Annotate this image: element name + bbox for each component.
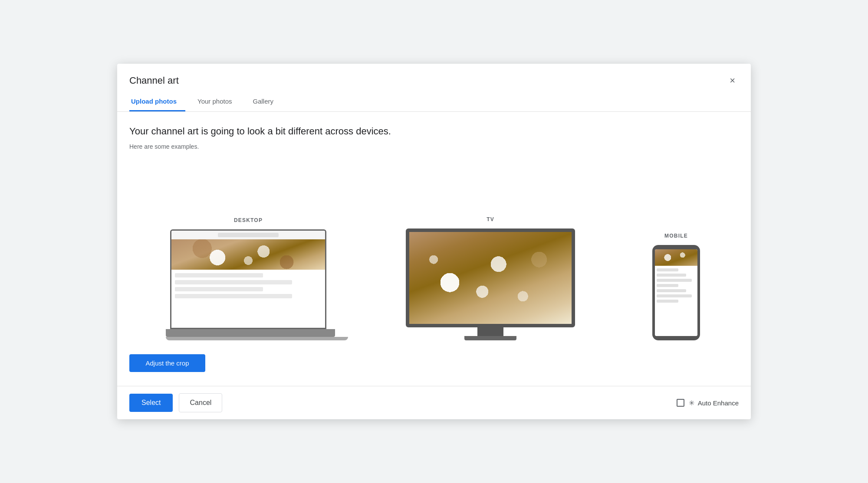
tv-mockup — [404, 228, 577, 340]
desktop-content-line-4 — [175, 294, 292, 298]
auto-enhance-text: Auto Enhance — [698, 399, 739, 407]
desktop-url-bar — [171, 231, 325, 239]
close-button[interactable]: × — [726, 74, 739, 87]
mobile-label: MOBILE — [664, 233, 688, 239]
device-desktop: DESKTOP — [166, 217, 331, 340]
mobile-line-7 — [657, 300, 678, 303]
tv-banner-image — [409, 232, 572, 324]
desktop-content-line-1 — [175, 273, 263, 277]
mobile-body — [652, 245, 700, 340]
adjust-crop-button[interactable]: Adjust the crop — [129, 354, 205, 372]
desktop-foot — [166, 337, 348, 340]
tv-base — [464, 336, 516, 340]
dialog-footer: Select Cancel ✳ Auto Enhance — [117, 386, 751, 419]
mobile-content — [655, 266, 697, 336]
desktop-banner — [171, 239, 325, 270]
auto-enhance-label[interactable]: ✳ Auto Enhance — [689, 399, 739, 407]
dialog-body: Your channel art is going to look a bit … — [117, 112, 751, 386]
headline-text: Your channel art is going to look a bit … — [129, 126, 739, 137]
auto-enhance-checkbox[interactable] — [677, 399, 684, 407]
mobile-line-4 — [657, 284, 678, 287]
mobile-screen — [655, 249, 697, 336]
desktop-banner-image — [171, 239, 325, 270]
device-mobile: MOBILE — [650, 233, 702, 340]
footer-actions-left: Select Cancel — [129, 393, 222, 412]
sparkle-icon: ✳ — [689, 399, 694, 407]
device-tv: TV — [404, 216, 577, 340]
tab-gallery[interactable]: Gallery — [251, 92, 283, 111]
footer-actions-right: ✳ Auto Enhance — [677, 399, 739, 407]
tv-stand — [477, 327, 503, 336]
desktop-url-input-bar — [218, 233, 279, 237]
channel-art-dialog: Channel art × Upload photos Your photos … — [117, 64, 751, 419]
tv-label: TV — [487, 216, 494, 222]
desktop-label: DESKTOP — [234, 217, 263, 223]
mobile-line-5 — [657, 289, 686, 292]
subtext: Here are some examples. — [129, 143, 739, 150]
select-button[interactable]: Select — [129, 394, 173, 412]
desktop-base — [166, 329, 335, 337]
desktop-content-line-2 — [175, 280, 292, 284]
mobile-line-3 — [657, 279, 692, 282]
tab-bar: Upload photos Your photos Gallery — [117, 92, 751, 112]
mobile-line-2 — [657, 274, 686, 277]
desktop-content — [171, 270, 325, 328]
desktop-content-line-3 — [175, 287, 263, 291]
devices-row: DESKTOP — [129, 166, 739, 340]
tv-screen — [406, 228, 575, 327]
cancel-button[interactable]: Cancel — [179, 393, 222, 412]
mobile-banner-image — [655, 249, 697, 266]
desktop-screen — [170, 229, 326, 329]
tab-your-photos[interactable]: Your photos — [196, 92, 241, 111]
mobile-line-1 — [657, 268, 678, 271]
dialog-header: Channel art × — [117, 64, 751, 87]
mobile-line-6 — [657, 294, 692, 297]
desktop-mockup — [166, 229, 331, 340]
mobile-mockup — [650, 245, 702, 340]
tab-upload-photos[interactable]: Upload photos — [129, 92, 185, 111]
dialog-title: Channel art — [129, 75, 179, 86]
